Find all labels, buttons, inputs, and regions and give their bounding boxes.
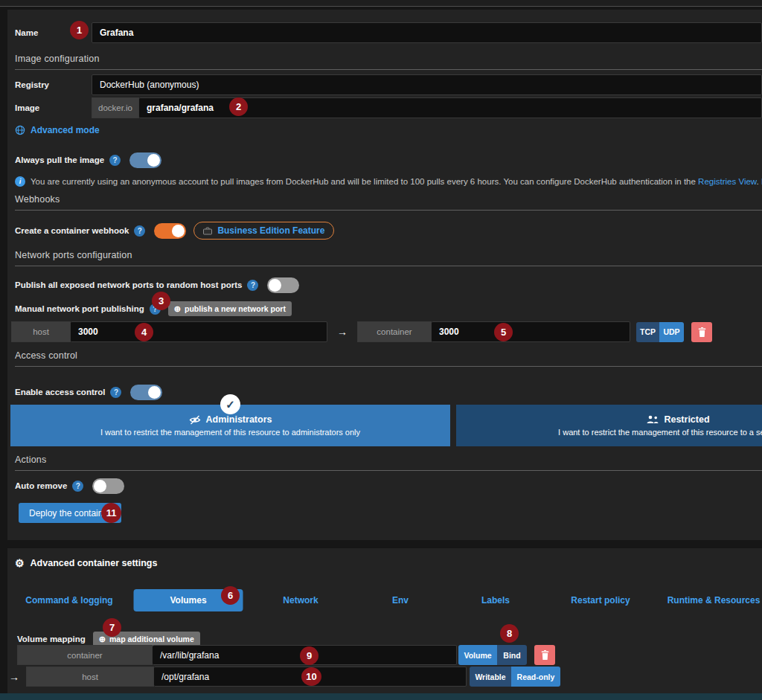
help-icon[interactable]: ?	[247, 280, 258, 291]
enable-access-control-row: Enable access control ?	[15, 383, 762, 401]
publish-port-button[interactable]: ⊕ publish a new network port	[168, 301, 292, 316]
port-mapping-row: host → container TCP UDP	[11, 321, 762, 342]
volume-host-row: → host Writable Read-only	[9, 667, 762, 687]
udp-button[interactable]: UDP	[659, 322, 684, 342]
registry-row: Registry	[15, 74, 762, 95]
tab-command-logging[interactable]: Command & logging	[25, 589, 112, 611]
help-icon[interactable]: ?	[110, 387, 121, 398]
annotation-badge: 10	[301, 667, 321, 686]
manual-port-publishing-label: Manual network port publishing	[15, 304, 144, 313]
image-label: Image	[15, 103, 92, 112]
top-bar	[0, 0, 762, 7]
tab-restart-policy[interactable]: Restart policy	[571, 589, 630, 611]
advanced-mode-link[interactable]: Advanced mode	[31, 125, 100, 135]
section-heading-image-configuration: Image configuration	[15, 54, 762, 70]
administrators-title: Administrators	[206, 414, 272, 425]
annotation-badge: 2	[229, 97, 248, 116]
advanced-settings-header: ⚙ Advanced container settings	[15, 558, 157, 568]
registry-prefix-addon: docker.io	[92, 97, 139, 118]
section-heading-access-control: Access control	[15, 350, 762, 367]
tab-network[interactable]: Network	[283, 589, 318, 611]
help-icon[interactable]: ?	[72, 481, 83, 492]
section-heading-webhooks: Webhooks	[15, 194, 762, 211]
administrators-description: I want to restrict the management of thi…	[100, 428, 360, 437]
bottom-strip	[0, 693, 762, 700]
globe-icon	[15, 125, 25, 135]
trash-icon	[541, 650, 549, 660]
briefcase-icon	[203, 227, 212, 235]
users-icon	[647, 415, 659, 424]
annotation-badge: 7	[103, 618, 121, 637]
delete-volume-button[interactable]	[534, 645, 555, 665]
tab-labels[interactable]: Labels	[481, 589, 510, 611]
registry-label: Registry	[15, 80, 92, 89]
help-icon[interactable]: ?	[134, 225, 145, 237]
volume-container-row: container Volume Bind	[17, 645, 762, 665]
annotation-badge: 8	[500, 624, 519, 643]
publish-all-ports-label: Publish all exposed network ports to ran…	[15, 280, 242, 289]
auto-remove-row: Auto remove ?	[15, 475, 762, 496]
gear-icon: ⚙	[15, 558, 25, 568]
always-pull-toggle[interactable]	[129, 152, 161, 168]
tab-runtime-resources[interactable]: Runtime & Resources	[667, 589, 761, 611]
eye-slash-icon	[189, 415, 201, 425]
arrow-right-icon: →	[9, 671, 19, 683]
selected-check-icon: ✓	[220, 394, 240, 414]
manual-port-publishing-row: Manual network port publishing ? ⊕ publi…	[15, 300, 762, 318]
delete-port-button[interactable]	[691, 322, 712, 342]
help-icon[interactable]: ?	[109, 155, 121, 166]
volume-container-addon: container	[17, 645, 153, 665]
business-edition-badge: Business Edition Feature	[193, 222, 334, 240]
volume-mapping-label: Volume mapping	[17, 635, 86, 643]
restricted-option-card[interactable]: Restricted I want to restrict the manage…	[456, 405, 762, 446]
auto-remove-toggle[interactable]	[92, 478, 124, 494]
info-icon: i	[15, 176, 25, 187]
enable-access-control-label: Enable access control	[15, 388, 105, 396]
enable-access-control-toggle[interactable]	[130, 385, 162, 400]
restricted-description: I want to restrict the management of thi…	[558, 428, 762, 437]
restricted-title: Restricted	[664, 414, 709, 425]
advanced-settings-title: Advanced container settings	[31, 558, 158, 568]
annotation-badge: 5	[494, 323, 513, 341]
image-row: Image docker.io	[15, 97, 762, 118]
annotation-badge: 3	[152, 292, 170, 310]
annotation-badge: 9	[300, 646, 318, 665]
volume-type-button[interactable]: Volume	[458, 645, 497, 665]
host-port-input[interactable]	[71, 321, 327, 342]
arrow-right-icon: →	[337, 326, 348, 338]
pull-limit-notice-text: You are currently using an anonymous acc…	[31, 177, 762, 186]
annotation-badge: 1	[70, 21, 89, 39]
annotation-badge: 11	[101, 503, 121, 523]
webhook-row: Create a container webhook ? Business Ed…	[15, 220, 762, 241]
container-port-addon: container	[357, 321, 432, 342]
name-input[interactable]	[92, 22, 762, 43]
section-heading-network-ports: Network ports configuration	[15, 250, 762, 266]
pull-limit-notice: i You are currently using an anonymous a…	[15, 175, 762, 188]
host-port-addon: host	[11, 321, 71, 342]
name-row: Name	[15, 22, 762, 43]
section-heading-actions: Actions	[15, 455, 762, 471]
create-webhook-toggle[interactable]	[154, 223, 186, 239]
advanced-mode-row: Advanced mode	[15, 125, 762, 135]
annotation-badge: 6	[221, 586, 240, 605]
registries-view-link[interactable]: Registries View	[698, 177, 756, 186]
always-pull-row: Always pull the image ?	[15, 150, 762, 170]
registry-select[interactable]	[92, 74, 762, 95]
bind-type-button[interactable]: Bind	[497, 645, 527, 665]
container-form-panel: Name Image configuration Registry Image …	[7, 10, 762, 540]
advanced-settings-panel: ⚙ Advanced container settings Command & …	[7, 548, 762, 693]
auto-remove-label: Auto remove	[15, 481, 67, 490]
volume-host-addon: host	[26, 667, 154, 687]
publish-all-ports-row: Publish all exposed network ports to ran…	[15, 274, 762, 295]
readonly-button[interactable]: Read-only	[511, 667, 560, 687]
tcp-button[interactable]: TCP	[636, 322, 659, 342]
create-container-page: Name Image configuration Registry Image …	[0, 0, 762, 700]
annotation-badge: 4	[135, 323, 153, 341]
writable-button[interactable]: Writable	[470, 667, 511, 687]
container-port-input[interactable]	[432, 321, 630, 342]
plus-circle-icon: ⊕	[99, 635, 106, 643]
plus-circle-icon: ⊕	[174, 305, 181, 313]
always-pull-label: Always pull the image	[15, 155, 104, 164]
tab-env[interactable]: Env	[392, 589, 409, 611]
publish-all-ports-toggle[interactable]	[267, 277, 299, 293]
